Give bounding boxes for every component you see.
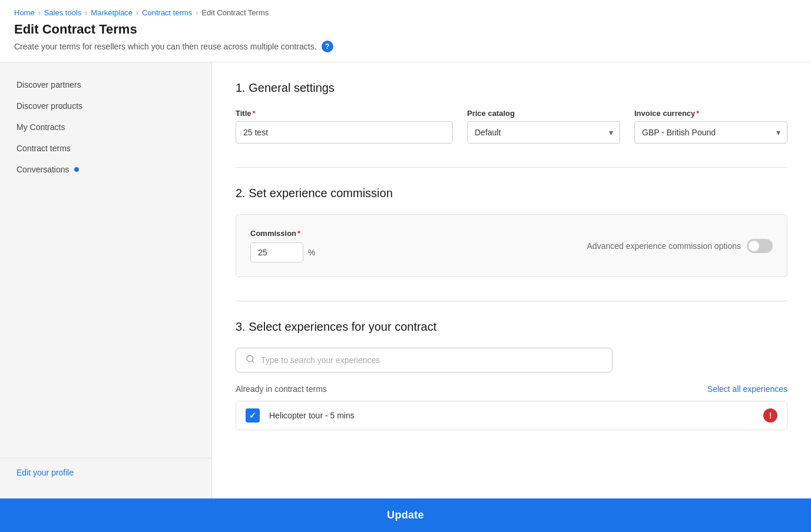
breadcrumb-sep-1: › [38,9,41,17]
general-settings-section: 1. General settings Title* Price catalog [236,81,787,144]
breadcrumb: Home › Sales tools › Marketplace › Contr… [14,8,797,17]
price-catalog-select[interactable]: Default Custom 1 Custom 2 [467,121,620,144]
title-required-star: * [253,109,256,118]
search-input[interactable] [261,355,603,365]
page-title: Edit Contract Terms [14,22,797,37]
experiences-section: 3. Select experiences for your contract … [236,320,787,430]
sidebar-nav: Discover partners Discover products My C… [0,74,211,458]
invoice-currency-field: Invoice currency* GBP - British Pound US… [634,109,787,144]
update-button-bar: Update [0,498,811,532]
invoice-currency-label: Invoice currency* [634,109,787,118]
commission-row: Commission* % Advanced experience commis… [250,229,773,262]
currency-required-star: * [696,109,699,118]
breadcrumb-home[interactable]: Home [14,8,35,17]
section-divider-1 [236,167,787,168]
section-divider-2 [236,301,787,301]
sidebar-item-contract-terms[interactable]: Contract terms [0,138,211,159]
commission-required-star: * [297,229,300,238]
commission-left: Commission* % [250,229,315,262]
invoice-currency-select[interactable]: GBP - British Pound USD - US Dollar EUR … [634,121,787,144]
sidebar-item-conversations[interactable]: Conversations [0,159,211,180]
title-input[interactable] [236,121,453,144]
price-catalog-label: Price catalog [467,109,620,118]
commission-title: 2. Set experience commission [236,187,787,200]
update-button[interactable]: Update [0,498,811,532]
commission-input[interactable] [250,242,303,262]
select-all-link[interactable]: Select all experiences [707,384,787,394]
breadcrumb-sep-4: › [196,9,198,17]
breadcrumb-sales-tools[interactable]: Sales tools [44,8,82,17]
title-label: Title* [236,109,453,118]
sidebar-footer: Edit your profile [0,458,211,487]
invoice-currency-select-wrapper: GBP - British Pound USD - US Dollar EUR … [634,121,787,144]
price-catalog-field: Price catalog Default Custom 1 Custom 2 [467,109,620,144]
experiences-title: 3. Select experiences for your contract [236,320,787,334]
search-icon [246,354,255,366]
experience-title: Helicopter tour - 5 mins [269,411,754,420]
experience-checkbox[interactable]: ✓ [246,408,260,423]
commission-input-row: % [250,242,315,262]
title-field: Title* [236,109,453,144]
advanced-label: Advanced experience commission options [587,241,741,251]
notification-dot [74,167,79,172]
toggle-slider [747,239,773,253]
price-catalog-select-wrapper: Default Custom 1 Custom 2 [467,121,620,144]
breadcrumb-contract-terms[interactable]: Contract terms [142,8,192,17]
breadcrumb-sep-3: › [136,9,138,17]
commission-box: Commission* % Advanced experience commis… [236,214,787,277]
content-area: 1. General settings Title* Price catalog [212,62,811,498]
general-settings-title: 1. General settings [236,81,787,95]
experience-item: ✓ Helicopter tour - 5 mins ! [236,401,787,430]
already-row: Already in contract terms Select all exp… [236,384,787,394]
commission-label: Commission* [250,229,315,238]
sidebar: Discover partners Discover products My C… [0,62,212,498]
commission-section: 2. Set experience commission Commission*… [236,187,787,277]
breadcrumb-marketplace[interactable]: Marketplace [91,8,133,17]
commission-right: Advanced experience commission options [587,239,773,253]
svg-line-1 [252,361,254,363]
breadcrumb-sep-2: › [85,9,87,17]
experience-error-icon: ! [763,408,777,423]
already-label: Already in contract terms [236,384,327,394]
page-subtitle: Create your terms for resellers which yo… [14,41,797,52]
advanced-toggle[interactable] [747,239,773,253]
help-icon[interactable]: ? [322,41,333,52]
percent-label: % [308,248,315,257]
sidebar-item-discover-partners[interactable]: Discover partners [0,74,211,95]
breadcrumb-current: Edit Contract Terms [201,8,269,17]
edit-profile-link[interactable]: Edit your profile [16,468,74,477]
general-settings-form-row: Title* Price catalog Default Custom 1 [236,109,787,144]
search-box [236,348,613,373]
sidebar-item-my-contracts[interactable]: My Contracts [0,117,211,138]
sidebar-item-discover-products[interactable]: Discover products [0,95,211,117]
